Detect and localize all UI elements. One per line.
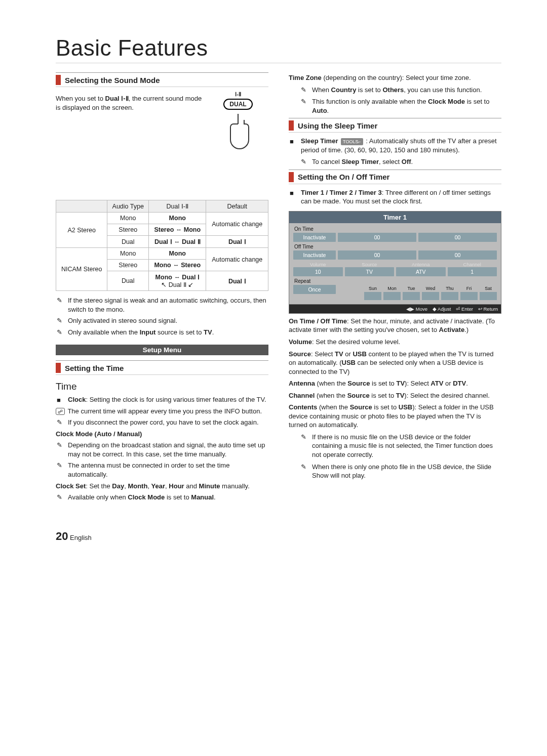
daybox: [480, 292, 497, 300]
sleep-cancel-note: To cancel Sleep Timer, select Off.: [300, 157, 501, 166]
hand-icon: [208, 113, 268, 154]
osd-ontime-min: 00: [418, 233, 497, 242]
clock-mode-label: Clock Mode (Auto / Manual): [56, 430, 268, 439]
legend-return: ↩ Return: [478, 306, 498, 312]
cell: Mono ↔ Stereo: [149, 260, 206, 271]
note-input-tv: Only available when the Input source is …: [56, 328, 268, 337]
osd-offtime-min: 00: [418, 250, 497, 260]
day-mon: Mon: [383, 286, 401, 291]
osd-offtime-label: Off Time: [294, 244, 497, 249]
daybox: [403, 292, 420, 300]
cell: Stereo: [107, 224, 149, 236]
cell: Automatic change: [206, 213, 268, 236]
osd-ontime-state: Inactivate: [293, 233, 336, 242]
osd-vol-val: 10: [293, 267, 343, 276]
heading-text: Selecting the Sound Mode: [65, 76, 160, 85]
day-thu: Thu: [441, 286, 458, 291]
tz-note1: When Country is set to Others, you can u…: [300, 86, 501, 95]
note-stereo-weak: If the stereo signal is weak and an auto…: [56, 296, 268, 314]
clock-mode-note1: Depending on the broadcast station and s…: [56, 441, 268, 458]
daybox: [364, 292, 381, 300]
tz-note2: This function is only available when the…: [300, 97, 501, 115]
remote-illustration: Ⅰ-Ⅱ DUAL: [208, 91, 268, 154]
cell: Automatic change: [206, 248, 268, 271]
remote-icon: ☍: [56, 408, 65, 415]
onoff-time-desc: On Time / Off Time: Set the hour, minute…: [289, 317, 501, 334]
cell: Dual: [107, 236, 149, 248]
volume-desc: Volume: Set the desired volume level.: [289, 338, 501, 347]
section-heading-setting-time: Setting the Time: [56, 360, 268, 375]
osd-ch-label: Channel: [448, 262, 497, 267]
two-column-layout: Selecting the Sound Mode When you set to…: [56, 70, 501, 505]
clock-set-line: Clock Set: Set the Day, Month, Year, Hou…: [56, 482, 268, 491]
col-audio-type: Audio Type: [107, 200, 149, 213]
daybox: [460, 292, 478, 300]
osd-repeat-label: Repeat: [294, 278, 497, 284]
heading-text: Setting the Time: [65, 364, 124, 372]
section-heading-sound-mode: Selecting the Sound Mode: [56, 72, 268, 87]
contents-desc: Contents (when the Source is set to USB)…: [289, 403, 501, 430]
day-wed: Wed: [422, 286, 439, 291]
osd-legend: ◀▶ Move ◆ Adjust ⏎ Enter ↩ Return: [289, 304, 501, 313]
daybox: [441, 292, 458, 300]
manual-page: Basic Features Selecting the Sound Mode …: [0, 0, 547, 563]
clock-set-note: Available only when Clock Mode is set to…: [56, 493, 268, 502]
dual-button-icon: DUAL: [223, 99, 252, 110]
page-language: English: [70, 534, 92, 541]
info-note: ☍ The current time will appear every tim…: [56, 407, 268, 416]
daybox: [422, 292, 439, 300]
osd-ch-val: 1: [448, 267, 497, 276]
osd-offtime-state: Inactivate: [293, 250, 336, 260]
osd-title: Timer 1: [289, 212, 501, 223]
setup-menu-banner: Setup Menu: [56, 345, 268, 355]
page-number: 20: [56, 530, 68, 542]
page-title: Basic Features: [56, 35, 501, 63]
remote-caption: Ⅰ-Ⅱ: [208, 91, 268, 98]
usb-note2: When there is only one photo file in the…: [300, 463, 501, 480]
day-tue: Tue: [403, 286, 420, 291]
note-stereo-only: Only activated in stereo sound signal.: [56, 316, 268, 325]
cell: Dual Ⅰ: [206, 271, 268, 291]
usb-note1: If there is no music file on the USB dev…: [300, 433, 501, 459]
tools-badge-icon: TOOLS⌐: [341, 138, 363, 145]
legend-move: ◀▶ Move: [406, 306, 427, 312]
sleep-timer-item: Sleep Timer TOOLS⌐ : Automatically shuts…: [289, 137, 501, 154]
page-footer: 20 English: [56, 530, 501, 543]
sound-mode-table: Audio Type Dual Ⅰ-Ⅱ Default A2 Stereo Mo…: [56, 200, 268, 291]
osd-repeat-val: Once: [293, 285, 336, 294]
cell: Dual Ⅰ: [206, 236, 268, 248]
osd-ant-val: ATV: [396, 267, 446, 276]
legend-enter: ⏎ Enter: [456, 306, 473, 312]
osd-daynames: Sun Mon Tue Wed Thu Fri Sat: [338, 286, 497, 291]
osd-src-label: Source: [345, 262, 395, 267]
table-corner: [56, 200, 107, 213]
col-default: Default: [206, 200, 268, 213]
legend-adjust: ◆ Adjust: [433, 306, 451, 312]
osd-src-val: TV: [345, 267, 395, 276]
timer-123-item: Timer 1 / Timer 2 / Timer 3: Three diffe…: [289, 188, 501, 206]
osd-ontime-hour: 00: [338, 233, 416, 242]
sound-notes: If the stereo signal is weak and an auto…: [56, 296, 268, 337]
timer-osd: Timer 1 On Time Inactivate 00 00 Off Tim…: [289, 211, 501, 314]
clock-mode-note2: The antenna must be connected in order t…: [56, 461, 268, 479]
time-heading: Time: [56, 381, 268, 392]
cell: Stereo: [107, 260, 149, 271]
system-a2: A2 Stereo: [56, 213, 107, 248]
cell: Mono ↔ Dual Ⅰ↖ Dual Ⅱ ↙: [149, 271, 206, 291]
source-desc: Source: Select TV or USB content to be p…: [289, 350, 501, 376]
osd-offtime-hour: 00: [338, 250, 416, 260]
system-nicam: NICAM Stereo: [56, 248, 107, 291]
day-fri: Fri: [460, 286, 478, 291]
cell: Mono: [107, 248, 149, 260]
left-column: Selecting the Sound Mode When you set to…: [56, 70, 268, 505]
day-sat: Sat: [480, 286, 497, 291]
osd-vol-label: Volume: [293, 262, 343, 267]
heading-text: Setting the On / Off Timer: [298, 173, 389, 181]
antenna-desc: Antenna (when the Source is set to TV): …: [289, 379, 501, 388]
col-dual: Dual Ⅰ-Ⅱ: [149, 200, 206, 213]
day-sun: Sun: [364, 286, 381, 291]
channel-desc: Channel (when the Source is set to TV): …: [289, 391, 501, 400]
cell: Mono: [107, 213, 149, 224]
section-heading-onoff-timer: Setting the On / Off Timer: [289, 170, 501, 184]
section-heading-sleep-timer: Using the Sleep Timer: [289, 118, 501, 133]
